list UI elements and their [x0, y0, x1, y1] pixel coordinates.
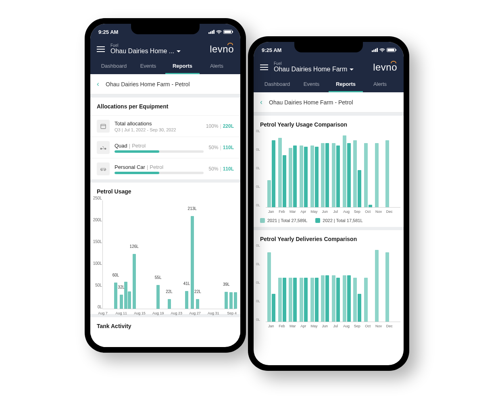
menu-icon[interactable]	[260, 64, 268, 70]
phone-mockup-2: 9:25 AM Fuel Ohau Dairies Home Farm levn…	[248, 36, 409, 371]
phone-mockup-1: 9:25 AM Fuel Ohau Dairies Home ... levno	[85, 18, 246, 353]
tab-alerts[interactable]: Alerts	[363, 77, 397, 92]
allocation-row[interactable]: Personal Car|Petrol 50%|110L	[90, 158, 240, 179]
clock: 9:25 AM	[98, 29, 118, 35]
phone-notch	[294, 42, 363, 52]
menu-icon[interactable]	[97, 46, 105, 52]
section-title: Tank Activity	[90, 317, 240, 335]
tabs: DashboardEventsReportsAlerts	[260, 77, 397, 92]
back-icon[interactable]: ‹	[97, 80, 99, 88]
svg-point-4	[101, 170, 102, 171]
chevron-down-icon	[177, 50, 181, 52]
usage-section: Petrol Usage 0L50L100L150L200L250LAug 7A…	[90, 183, 240, 314]
tab-events[interactable]: Events	[131, 59, 165, 74]
calendar-icon	[97, 120, 110, 133]
car-icon	[97, 162, 110, 175]
allocation-row[interactable]: Total allocationsQ3 | Jul 1, 2022 - Sep …	[90, 115, 240, 137]
wifi-icon	[379, 48, 385, 52]
legend-swatch-2022	[315, 218, 320, 223]
section-title: Petrol Usage	[90, 183, 240, 200]
legend-swatch-2021	[260, 218, 265, 223]
farm-selector[interactable]: Ohau Dairies Home ...	[110, 48, 204, 55]
svg-rect-0	[101, 124, 106, 129]
tabs: DashboardEventsReportsAlerts	[97, 59, 234, 74]
quad-icon	[97, 141, 110, 154]
app-header: Fuel Ohau Dairies Home Farm levno Dashbo…	[254, 58, 404, 92]
section-title: Allocations per Equipment	[90, 98, 240, 115]
svg-point-5	[104, 170, 105, 171]
breadcrumb: ‹ Ohau Dairies Home Farm - Petrol	[254, 92, 404, 112]
farm-selector[interactable]: Ohau Dairies Home Farm	[274, 66, 367, 73]
logo: levno	[373, 62, 397, 73]
header-subtitle: Fuel	[110, 43, 204, 48]
section-title: Petrol Yearly Deliveries Comparison	[254, 230, 404, 248]
yearly-usage-chart: JanFebMarAprMayJunJulAugSepOctNovDec0L0L…	[254, 133, 404, 214]
allocations-section: Allocations per Equipment Total allocati…	[90, 98, 240, 179]
breadcrumb: ‹ Ohau Dairies Home Farm - Petrol	[90, 74, 240, 94]
back-icon[interactable]: ‹	[260, 98, 262, 106]
logo: levno	[210, 44, 234, 55]
tab-dashboard[interactable]: Dashboard	[260, 77, 294, 92]
chart-legend: 2021 | Total 27,589L 2022 | Total 17,581…	[254, 214, 404, 227]
phone-notch	[131, 24, 200, 34]
tab-reports[interactable]: Reports	[329, 77, 363, 92]
battery-icon	[223, 30, 232, 34]
header-subtitle: Fuel	[274, 61, 367, 66]
allocation-row[interactable]: Quad|Petrol 50%|110L	[90, 137, 240, 158]
signal-icon	[372, 48, 378, 52]
tab-reports[interactable]: Reports	[165, 59, 200, 74]
usage-chart: 0L50L100L150L200L250LAug 7Aug 11Aug 15Au…	[102, 200, 235, 309]
section-title: Petrol Yearly Usage Comparison	[254, 116, 404, 133]
tab-events[interactable]: Events	[294, 77, 329, 92]
app-header: Fuel Ohau Dairies Home ... levno Dashboa…	[90, 40, 240, 74]
battery-icon	[387, 48, 396, 52]
signal-icon	[208, 30, 215, 34]
yearly-deliveries-chart: JanFebMarAprMayJunJulAugSepOctNovDec0L0L…	[254, 248, 404, 329]
clock: 9:25 AM	[262, 47, 281, 53]
chevron-down-icon	[350, 69, 354, 71]
wifi-icon	[216, 30, 222, 34]
tab-dashboard[interactable]: Dashboard	[97, 59, 131, 74]
tab-alerts[interactable]: Alerts	[200, 59, 234, 74]
